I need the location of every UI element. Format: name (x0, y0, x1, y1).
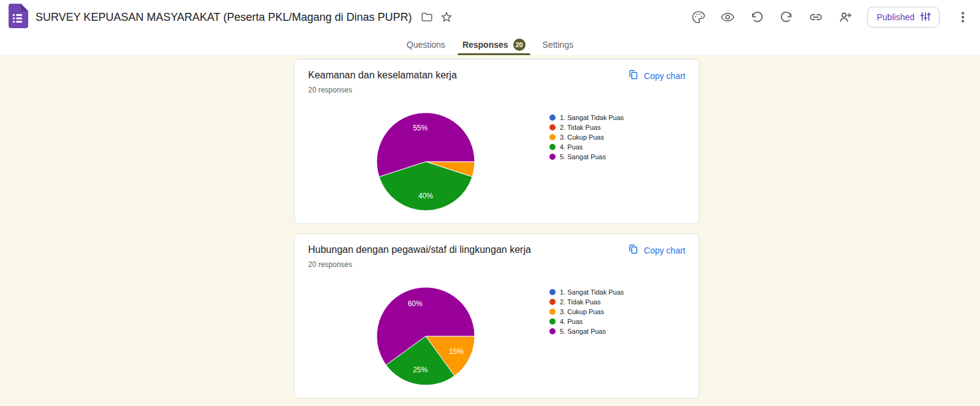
tab-settings-label: Settings (543, 40, 574, 50)
legend-label: 2. Tidak Puas (560, 124, 601, 131)
legend-item: 1. Sangat Tidak Puas (549, 113, 624, 122)
legend-item: 1. Sangat Tidak Puas (549, 287, 624, 297)
copy-chart-button[interactable]: Copy chart (628, 244, 685, 257)
legend-item: 4. Puas (549, 142, 624, 152)
legend-color-dot (549, 318, 556, 325)
legend-label: 1. Sangat Tidak Puas (560, 114, 624, 121)
legend-item: 2. Tidak Puas (549, 297, 624, 307)
legend-label: 4. Puas (560, 318, 582, 325)
redo-icon[interactable] (779, 10, 794, 24)
published-button[interactable]: Published (867, 7, 940, 28)
copy-link-icon[interactable] (809, 10, 823, 24)
pie-slice-label: 15% (449, 347, 464, 356)
legend-item: 5. Sangat Puas (549, 326, 624, 336)
legend-color-dot (549, 144, 556, 150)
legend-color-dot (549, 328, 556, 334)
pie-slice-label: 55% (413, 124, 428, 132)
pie-slice-label: 25% (413, 366, 428, 374)
tab-questions-label: Questions (407, 40, 445, 50)
legend-color-dot (549, 154, 556, 160)
question-title: Hubungan dengan pegawai/staf di lingkung… (308, 244, 531, 256)
legend-item: 4. Puas (549, 317, 624, 326)
copy-chart-button[interactable]: Copy chart (628, 69, 685, 82)
legend-color-dot (549, 309, 556, 315)
customize-theme-palette-icon[interactable] (691, 10, 706, 24)
legend-color-dot (549, 124, 556, 130)
copy-icon (628, 69, 639, 82)
star-icon[interactable] (439, 10, 454, 24)
responses-count-text: 20 responses (308, 86, 685, 95)
published-label: Published (877, 12, 915, 22)
undo-icon[interactable] (750, 10, 764, 24)
responses-content: Keamanan dan keselamatan kerja Copy char… (0, 55, 980, 399)
copy-icon (628, 244, 639, 257)
copy-chart-label: Copy chart (644, 246, 685, 255)
pie-slice-label: 60% (408, 299, 423, 308)
legend-label: 3. Cukup Puas (560, 133, 604, 141)
legend-item: 3. Cukup Puas (549, 132, 624, 142)
tab-responses-label: Responses (462, 40, 508, 50)
question-card: Hubungan dengan pegawai/staf di lingkung… (294, 233, 699, 399)
move-folder-icon[interactable] (420, 10, 434, 24)
copy-chart-label: Copy chart (644, 71, 685, 81)
add-collaborator-icon[interactable] (838, 10, 853, 24)
question-title: Keamanan dan keselamatan kerja (308, 69, 457, 81)
app-bar: SURVEY KEPUASAN MASYARAKAT (Peserta PKL/… (0, 0, 980, 34)
legend-color-dot (549, 299, 556, 305)
tab-questions[interactable]: Questions (398, 34, 454, 55)
legend-label: 3. Cukup Puas (560, 308, 604, 315)
legend-item: 3. Cukup Puas (549, 307, 624, 317)
legend-label: 5. Sangat Puas (560, 328, 606, 335)
legend-color-dot (549, 134, 556, 140)
tab-settings[interactable]: Settings (534, 34, 582, 55)
more-options-icon[interactable] (956, 10, 970, 24)
preview-eye-icon[interactable] (720, 10, 735, 24)
tune-settings-icon (919, 10, 932, 24)
legend-label: 1. Sangat Tidak Puas (560, 288, 624, 296)
legend-item: 5. Sangat Puas (549, 152, 624, 162)
legend-item: 2. Tidak Puas (549, 122, 624, 132)
legend-label: 5. Sangat Puas (560, 153, 606, 160)
responses-count-text: 20 responses (308, 260, 685, 269)
responses-count-badge: 20 (513, 39, 526, 51)
question-card: Keamanan dan keselamatan kerja Copy char… (294, 59, 699, 224)
chart-legend: 1. Sangat Tidak Puas2. Tidak Puas3. Cuku… (549, 113, 624, 162)
legend-color-dot (549, 115, 556, 121)
chart-legend: 1. Sangat Tidak Puas2. Tidak Puas3. Cuku… (549, 287, 624, 336)
legend-color-dot (549, 289, 556, 295)
pie-slice-label: 40% (418, 192, 433, 200)
pie-chart: 15%25%60% (375, 286, 476, 386)
legend-label: 4. Puas (560, 143, 582, 151)
tab-responses[interactable]: Responses 20 (454, 34, 534, 55)
legend-label: 2. Tidak Puas (560, 298, 601, 306)
form-title[interactable]: SURVEY KEPUASAN MASYARAKAT (Peserta PKL/… (36, 11, 412, 24)
forms-logo-icon (6, 4, 28, 31)
pie-chart: 40%55% (375, 111, 476, 212)
tab-bar: Questions Responses 20 Settings (0, 34, 980, 55)
